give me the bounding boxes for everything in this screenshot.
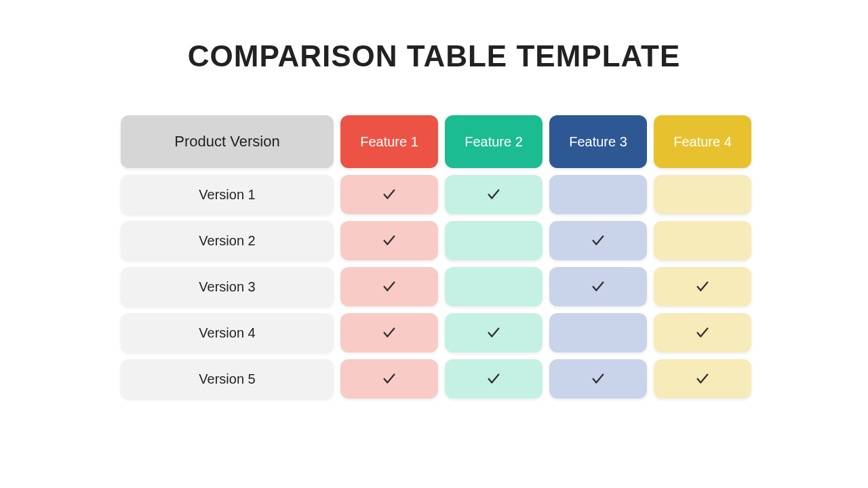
row-label: Version 4	[121, 313, 334, 352]
table-header-row: Product Version Feature 1 Feature 2 Feat…	[121, 115, 758, 168]
check-icon	[591, 279, 606, 294]
row-header-cell: Product Version	[121, 115, 334, 168]
check-icon	[486, 371, 501, 386]
check-icon	[695, 371, 710, 386]
row-label: Version 2	[121, 221, 334, 260]
comparison-table: Product Version Feature 1 Feature 2 Feat…	[121, 115, 758, 405]
feature-header-2: Feature 2	[445, 115, 542, 168]
cell-value	[340, 175, 438, 214]
check-icon	[591, 233, 606, 248]
cell-value	[654, 267, 751, 306]
check-icon	[695, 325, 710, 340]
cell-value	[549, 221, 647, 260]
cell-value	[654, 221, 751, 260]
check-icon	[382, 233, 397, 248]
cell-value	[445, 175, 542, 214]
check-icon	[382, 187, 397, 202]
cell-value	[445, 359, 542, 399]
check-icon	[486, 187, 501, 202]
feature-header-4: Feature 4	[654, 115, 751, 168]
cell-value	[445, 267, 542, 306]
cell-value	[340, 359, 438, 399]
check-icon	[486, 325, 501, 340]
cell-value	[549, 313, 647, 352]
cell-value	[549, 175, 647, 214]
check-icon	[591, 371, 606, 386]
table-row: Version 4	[121, 313, 758, 352]
check-icon	[382, 279, 397, 294]
cell-value	[654, 313, 751, 352]
check-icon	[695, 279, 710, 294]
cell-value	[340, 313, 438, 352]
row-label: Version 5	[121, 359, 334, 399]
cell-value	[654, 175, 751, 214]
row-label: Version 3	[121, 267, 334, 306]
feature-header-3: Feature 3	[549, 115, 647, 168]
page-title: COMPARISON TABLE TEMPLATE	[0, 0, 868, 73]
cell-value	[549, 359, 647, 399]
table-row: Version 5	[121, 359, 758, 399]
check-icon	[382, 371, 397, 386]
cell-value	[549, 267, 647, 306]
table-row: Version 3	[121, 267, 758, 306]
check-icon	[382, 325, 397, 340]
cell-value	[654, 359, 751, 399]
table-row: Version 1	[121, 175, 758, 214]
cell-value	[340, 221, 438, 260]
row-label: Version 1	[121, 175, 334, 214]
cell-value	[340, 267, 438, 306]
feature-header-1: Feature 1	[340, 115, 438, 168]
cell-value	[445, 221, 542, 260]
cell-value	[445, 313, 542, 352]
table-row: Version 2	[121, 221, 758, 260]
